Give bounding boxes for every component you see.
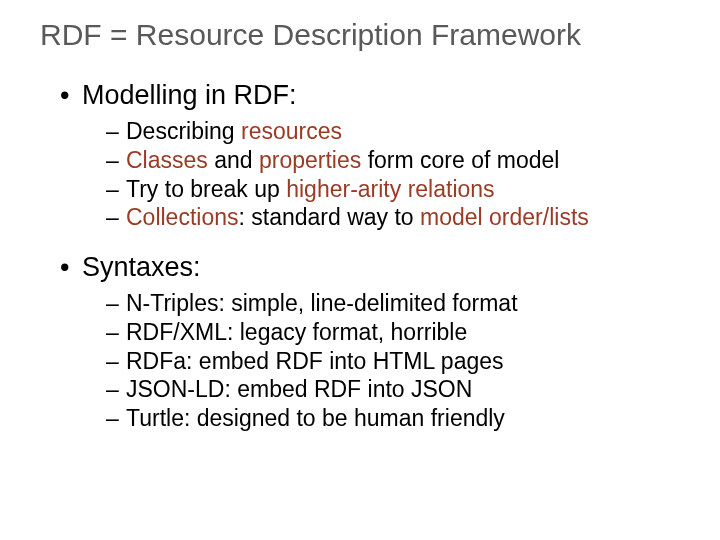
section-heading-text: Modelling in RDF:: [82, 80, 297, 110]
section-heading: •Modelling in RDF:: [60, 80, 680, 111]
list-item: –JSON-LD: embed RDF into JSON: [106, 375, 680, 404]
list-item: –RDFa: embed RDF into HTML pages: [106, 347, 680, 376]
section-heading-text: Syntaxes:: [82, 252, 201, 282]
content-list: •Modelling in RDF: –Describing resources…: [40, 80, 680, 433]
dash-icon: –: [106, 175, 126, 204]
section-modelling: •Modelling in RDF: –Describing resources…: [60, 80, 680, 232]
sub-list: –Describing resources –Classes and prope…: [60, 117, 680, 232]
dash-icon: –: [106, 404, 126, 433]
bullet-icon: •: [60, 252, 82, 283]
list-item: –RDF/XML: legacy format, horrible: [106, 318, 680, 347]
slide: RDF = Resource Description Framework •Mo…: [0, 0, 720, 540]
dash-icon: –: [106, 289, 126, 318]
dash-icon: –: [106, 347, 126, 376]
section-heading: •Syntaxes:: [60, 252, 680, 283]
slide-title: RDF = Resource Description Framework: [40, 18, 680, 52]
dash-icon: –: [106, 203, 126, 232]
list-item: –Collections: standard way to model orde…: [106, 203, 680, 232]
dash-icon: –: [106, 146, 126, 175]
list-item: –Try to break up higher-arity relations: [106, 175, 680, 204]
dash-icon: –: [106, 318, 126, 347]
list-item: –N-Triples: simple, line-delimited forma…: [106, 289, 680, 318]
list-item: –Turtle: designed to be human friendly: [106, 404, 680, 433]
dash-icon: –: [106, 375, 126, 404]
list-item: –Classes and properties form core of mod…: [106, 146, 680, 175]
dash-icon: –: [106, 117, 126, 146]
sub-list: –N-Triples: simple, line-delimited forma…: [60, 289, 680, 433]
section-syntaxes: •Syntaxes: –N-Triples: simple, line-deli…: [60, 252, 680, 433]
list-item: –Describing resources: [106, 117, 680, 146]
bullet-icon: •: [60, 80, 82, 111]
